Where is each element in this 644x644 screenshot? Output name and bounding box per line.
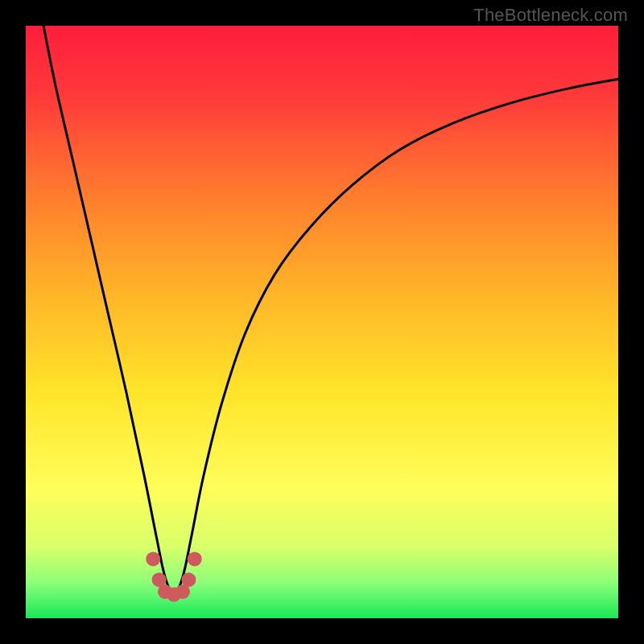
watermark-text: TheBottleneck.com	[473, 5, 628, 26]
chart-root: TheBottleneck.com	[0, 0, 644, 644]
optimum-marker	[181, 572, 196, 587]
optimum-marker	[146, 551, 160, 566]
optimum-band-markers	[146, 551, 202, 601]
curve-layer	[26, 26, 618, 618]
optimum-marker	[188, 551, 202, 566]
bottleneck-curve	[43, 26, 618, 595]
plot-area	[26, 26, 618, 618]
